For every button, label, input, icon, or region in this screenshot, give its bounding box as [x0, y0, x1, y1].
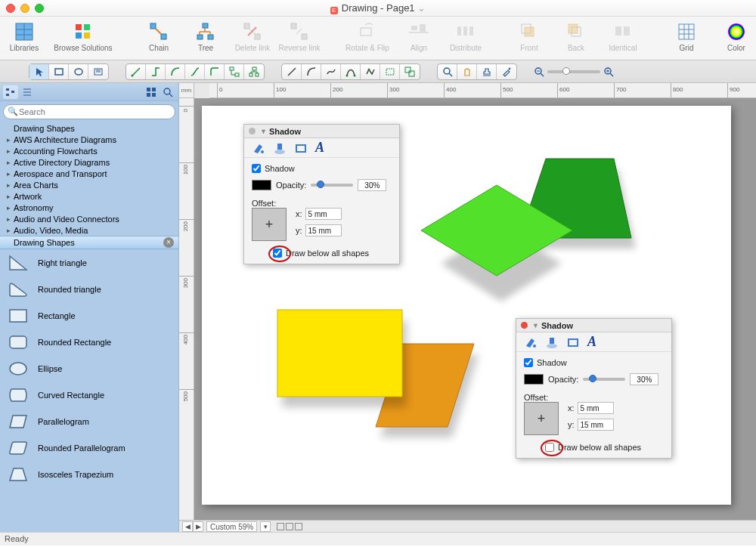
category-item[interactable]: ▸Artwork — [0, 190, 178, 202]
shadow-panel-2[interactable]: ▼Shadow A Shadow Opacity: — [516, 318, 672, 459]
color-button[interactable]: Color — [718, 21, 754, 52]
round-connector[interactable] — [205, 64, 225, 79]
stamp-tool[interactable] — [477, 64, 497, 79]
line-tab-icon[interactable] — [294, 141, 308, 155]
tree-button[interactable]: Tree — [187, 21, 224, 52]
shape-item[interactable]: Rectangle — [0, 302, 178, 329]
distribute-button[interactable]: Distribute — [448, 21, 484, 52]
opacity-value[interactable]: 30% — [358, 179, 386, 191]
x-value[interactable]: 5 mm — [578, 402, 614, 414]
identical-button[interactable]: Identical — [605, 21, 641, 52]
bezier-connector[interactable] — [185, 64, 205, 79]
shape-item[interactable]: Parallelogram — [0, 408, 178, 434]
offset-selector[interactable]: + — [524, 402, 559, 435]
category-item[interactable]: ▸Audio, Video, Media — [0, 224, 178, 236]
spline-tool[interactable] — [321, 64, 341, 79]
shadow-panel-1[interactable]: ▼Shadow A Shadow Opacity: — [243, 124, 400, 264]
category-item[interactable]: ▸Audio and Video Connectors — [0, 213, 178, 224]
zoom-slider[interactable] — [534, 66, 614, 77]
arc-tool[interactable] — [302, 64, 321, 79]
category-item[interactable]: ▸Accounting Flowcharts — [0, 145, 178, 156]
eyedropper-tool[interactable] — [497, 64, 516, 79]
yellow-rectangle[interactable] — [277, 310, 402, 397]
shape-item[interactable]: Rounded Parallelogram — [0, 434, 178, 461]
chain-button[interactable]: Chain — [141, 21, 177, 52]
ellipse-tool[interactable] — [69, 64, 88, 79]
reverse-link-button[interactable]: Reverse link — [281, 21, 318, 52]
pointer-tool[interactable] — [29, 64, 49, 79]
bezier-tool[interactable] — [341, 64, 361, 79]
drawing-page[interactable]: ▼Shadow A Shadow Opacity: — [202, 106, 731, 505]
fill-tab-icon[interactable] — [524, 335, 538, 349]
panel-bullet-icon[interactable] — [521, 322, 528, 329]
line-tab-icon[interactable] — [566, 335, 580, 349]
shadow-color-swatch[interactable] — [252, 180, 271, 190]
search-input[interactable] — [3, 104, 175, 119]
panel-tab-list[interactable] — [20, 85, 35, 99]
shadow-checkbox[interactable] — [252, 164, 261, 173]
align-button[interactable]: Align — [401, 21, 437, 52]
browse-solutions-button[interactable]: Browse Solutions — [53, 21, 113, 52]
shape-item[interactable]: Isosceles Trapezium — [0, 461, 178, 487]
disclosure-icon[interactable]: ▼ — [532, 322, 539, 329]
panel-view-grid[interactable] — [144, 85, 159, 99]
page-nav[interactable]: ◀▶ — [182, 521, 203, 532]
close-icon[interactable]: × — [163, 237, 174, 248]
shadow-tab-icon[interactable] — [545, 335, 559, 349]
smart-connector[interactable] — [146, 64, 166, 79]
shadow-color-swatch[interactable] — [524, 374, 544, 385]
line-tool[interactable] — [282, 64, 302, 79]
category-item[interactable]: ▸Area Charts — [0, 179, 178, 190]
group-tool[interactable] — [400, 64, 420, 79]
shadow-tab-icon[interactable] — [273, 141, 287, 155]
zoom-dropdown[interactable]: ▾ — [260, 521, 271, 532]
grid-button[interactable]: Grid — [668, 21, 705, 52]
panel-search[interactable] — [160, 85, 175, 99]
shape-item[interactable]: Rounded triangle — [0, 276, 178, 302]
arc-connector[interactable] — [166, 64, 185, 79]
delete-link-button[interactable]: Delete link — [234, 21, 271, 52]
category-item-selected[interactable]: Drawing Shapes× — [0, 236, 178, 249]
libraries-button[interactable]: Libraries — [6, 21, 42, 52]
opacity-slider[interactable] — [311, 184, 353, 187]
zoom-level[interactable]: Custom 59% — [206, 521, 257, 532]
y-value[interactable]: 15 mm — [305, 224, 342, 236]
shape-item[interactable]: Ellipse — [0, 355, 178, 382]
shadow-checkbox[interactable] — [524, 358, 533, 367]
tree-connector2[interactable] — [244, 64, 264, 79]
view-mode-buttons[interactable] — [277, 523, 302, 530]
fill-tab-icon[interactable] — [252, 141, 265, 155]
rotate-flip-button[interactable]: Rotate & Flip — [345, 21, 390, 52]
shape-item[interactable]: Rounded Rectangle — [0, 329, 178, 355]
tree-connector1[interactable] — [225, 64, 244, 79]
text-tab-icon[interactable]: A — [315, 140, 324, 156]
opacity-slider[interactable] — [583, 378, 625, 381]
shape-item[interactable]: Curved Rectangle — [0, 382, 178, 408]
disclosure-icon[interactable]: ▼ — [260, 128, 267, 135]
zoom-tool[interactable] — [438, 64, 457, 79]
category-item[interactable]: ▸AWS Architecture Diagrams — [0, 134, 178, 145]
category-item[interactable]: ▸Astronomy — [0, 202, 178, 213]
shape-item[interactable]: Right triangle — [0, 249, 178, 276]
x-value[interactable]: 5 mm — [305, 208, 342, 220]
draw-below-checkbox[interactable] — [545, 443, 554, 452]
dashed-rect-tool[interactable] — [380, 64, 400, 79]
rectangle-tool[interactable] — [49, 64, 69, 79]
zoom-out-icon[interactable] — [534, 66, 544, 77]
polyline-tool[interactable] — [361, 64, 380, 79]
draw-below-checkbox[interactable] — [273, 249, 282, 258]
text-tab-icon[interactable]: A — [587, 334, 596, 350]
category-item[interactable]: Drawing Shapes — [0, 122, 178, 134]
opacity-value[interactable]: 30% — [630, 373, 658, 385]
text-tool[interactable] — [88, 64, 108, 79]
canvas[interactable]: ▼Shadow A Shadow Opacity: — [194, 98, 756, 520]
hand-tool[interactable] — [457, 64, 477, 79]
category-item[interactable]: ▸Active Directory Diagrams — [0, 156, 178, 168]
back-button[interactable]: Back — [558, 21, 594, 52]
front-button[interactable]: Front — [511, 21, 547, 52]
y-value[interactable]: 15 mm — [578, 419, 614, 431]
direct-connector[interactable] — [126, 64, 146, 79]
offset-selector[interactable]: + — [252, 208, 287, 241]
category-item[interactable]: ▸Aerospace and Transport — [0, 168, 178, 179]
panel-tab-tree[interactable] — [3, 85, 18, 99]
